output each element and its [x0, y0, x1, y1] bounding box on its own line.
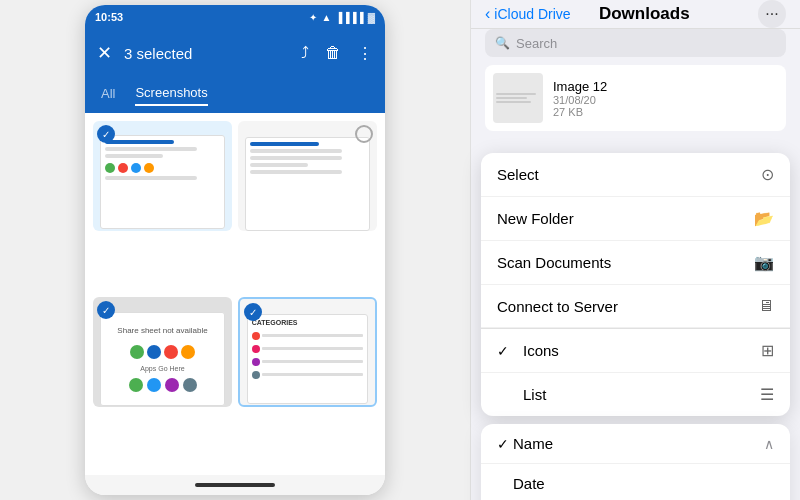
- sort-date-label: Date: [513, 475, 774, 492]
- delete-icon[interactable]: 🗑: [325, 44, 341, 62]
- file-date: 31/08/20: [553, 94, 778, 106]
- signal-icon: ▐▐▐▐: [335, 12, 363, 23]
- screenshot-grid: ✓: [85, 113, 385, 475]
- selection-count: 3 selected: [124, 45, 289, 62]
- chevron-up-icon: ∧: [764, 436, 774, 452]
- menu-item-list[interactable]: ✓ List ☰: [481, 373, 790, 416]
- search-placeholder: Search: [516, 36, 557, 51]
- ios-header: ‹ iCloud Drive Downloads ···: [471, 0, 800, 29]
- scan-label: Scan Documents: [497, 254, 611, 271]
- status-time: 10:53: [95, 11, 123, 23]
- sort-name-label: Name: [513, 435, 764, 452]
- tab-all[interactable]: All: [101, 86, 115, 105]
- search-input[interactable]: 🔍 Search: [485, 29, 786, 57]
- phone-toolbar: ✕ 3 selected ⤴ 🗑 ⋮: [85, 29, 385, 77]
- menu-item-new-folder[interactable]: New Folder 📂: [481, 197, 790, 241]
- menu-item-scan[interactable]: Scan Documents 📷: [481, 241, 790, 285]
- new-folder-label: New Folder: [497, 210, 574, 227]
- wifi-icon: ▲: [321, 12, 331, 23]
- connect-icon: 🖥: [758, 297, 774, 315]
- toolbar-actions: ⤴ 🗑 ⋮: [301, 44, 373, 63]
- more-icon[interactable]: ⋮: [357, 44, 373, 63]
- scan-icon: 📷: [754, 253, 774, 272]
- name-check: ✓: [497, 436, 513, 452]
- status-icons: ✦ ▲ ▐▐▐▐ ▓: [309, 12, 375, 23]
- menu-item-select[interactable]: Select ⊙: [481, 153, 790, 197]
- android-panel: 10:53 ✦ ▲ ▐▐▐▐ ▓ ✕ 3 selected ⤴ 🗑 ⋮ All …: [0, 0, 470, 500]
- check-icon-4: ✓: [244, 303, 262, 321]
- check-icon-3: ✓: [97, 301, 115, 319]
- connect-label: Connect to Server: [497, 298, 618, 315]
- status-bar: 10:53 ✦ ▲ ▐▐▐▐ ▓: [85, 5, 385, 29]
- select-icon: ⊙: [761, 165, 774, 184]
- file-name: Image 12: [553, 79, 778, 94]
- more-options-button[interactable]: ···: [758, 0, 786, 28]
- file-thumbnail: [493, 73, 543, 123]
- ios-files-panel: ‹ iCloud Drive Downloads ··· 🔍 Search: [470, 0, 800, 500]
- sort-section: ✓ Name ∧ ✓ Date ✓ Size ✓ Kind ✓ Tags: [481, 424, 790, 500]
- menu-item-icons[interactable]: ✓ Icons ⊞: [481, 329, 790, 373]
- uncheck-circle-2: [355, 125, 373, 143]
- icons-view-icon: ⊞: [761, 341, 774, 360]
- new-folder-icon: 📂: [754, 209, 774, 228]
- screenshot-item-1[interactable]: ✓: [93, 121, 232, 231]
- file-info: Image 12 31/08/20 27 KB: [553, 79, 778, 118]
- battery-icon: ▓: [368, 12, 375, 23]
- dropdown-overlay: Image 12 31/08/20 27 KB Select ⊙ New Fol…: [471, 57, 800, 500]
- phone-tabs: All Screenshots: [85, 77, 385, 113]
- back-arrow-icon: ‹: [485, 5, 490, 23]
- screenshot-item-3[interactable]: ✓ Share sheet not available Apps Go Here: [93, 297, 232, 407]
- icons-check: ✓: [497, 343, 513, 359]
- select-label: Select: [497, 166, 539, 183]
- file-area: Image 12 31/08/20 27 KB: [471, 57, 800, 145]
- check-icon-1: ✓: [97, 125, 115, 143]
- sort-date[interactable]: ✓ Date: [481, 464, 790, 500]
- bluetooth-icon: ✦: [309, 12, 317, 23]
- list-label: List: [523, 386, 546, 403]
- file-item[interactable]: Image 12 31/08/20 27 KB: [485, 65, 786, 131]
- close-button[interactable]: ✕: [97, 42, 112, 64]
- sort-name[interactable]: ✓ Name ∧: [481, 424, 790, 464]
- list-option-left: ✓ List: [497, 386, 546, 403]
- menu-item-connect[interactable]: Connect to Server 🖥: [481, 285, 790, 328]
- screenshot-item-4[interactable]: ✓ CATEGORIES: [238, 297, 377, 407]
- search-icon: 🔍: [495, 36, 510, 50]
- icons-option-left: ✓ Icons: [497, 342, 559, 359]
- list-view-icon: ☰: [760, 385, 774, 404]
- screenshot-item-2[interactable]: [238, 121, 377, 231]
- share-icon[interactable]: ⤴: [301, 44, 309, 62]
- tab-screenshots[interactable]: Screenshots: [135, 85, 207, 106]
- ios-page-title: Downloads: [531, 4, 758, 24]
- file-size: 27 KB: [553, 106, 778, 118]
- ios-search-bar: 🔍 Search: [471, 29, 800, 57]
- phone: 10:53 ✦ ▲ ▐▐▐▐ ▓ ✕ 3 selected ⤴ 🗑 ⋮ All …: [85, 5, 385, 495]
- icons-label: Icons: [523, 342, 559, 359]
- dropdown-menu: Select ⊙ New Folder 📂 Scan Documents 📷 C…: [481, 153, 790, 416]
